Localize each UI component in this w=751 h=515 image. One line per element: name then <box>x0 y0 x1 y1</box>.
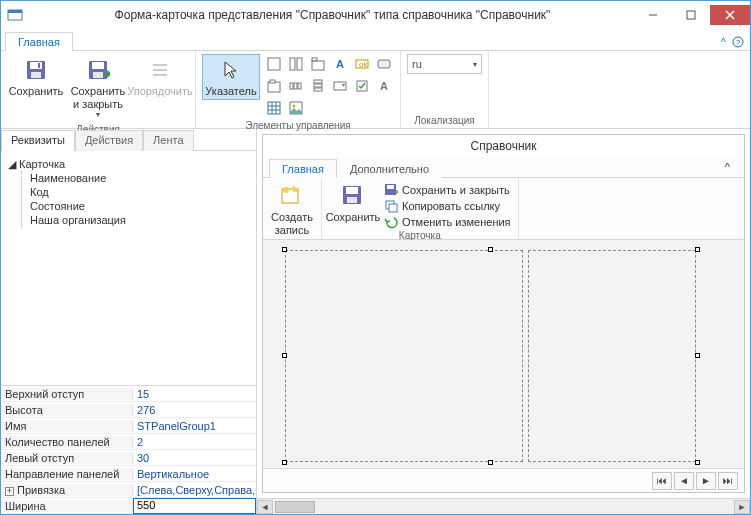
floppy-arrow-icon <box>86 58 110 82</box>
copy-link-icon <box>384 199 398 213</box>
panel-group-selected[interactable] <box>285 250 697 462</box>
control-vstack-icon[interactable] <box>308 76 328 96</box>
svg-rect-48 <box>346 187 358 194</box>
left-tab-actions[interactable]: Действия <box>75 130 143 151</box>
scroll-left-button[interactable]: ◄ <box>257 500 273 514</box>
property-grid[interactable]: Верхний отступ15 Высота276 ИмяSTPanelGro… <box>1 385 256 514</box>
nav-first-button[interactable]: ⏮ <box>652 472 672 490</box>
width-input[interactable]: 550 <box>133 498 256 514</box>
control-button-icon[interactable] <box>374 54 394 74</box>
tree-node[interactable]: Состояние <box>30 199 250 213</box>
svg-rect-49 <box>347 197 357 203</box>
nav-last-button[interactable]: ⏭ <box>718 472 738 490</box>
control-richtext-icon[interactable]: A <box>374 76 394 96</box>
svg-rect-22 <box>312 58 317 61</box>
control-groupbox-icon[interactable] <box>264 76 284 96</box>
control-image-icon[interactable] <box>286 98 306 118</box>
control-checkbox-icon[interactable] <box>352 76 372 96</box>
svg-rect-13 <box>92 62 104 69</box>
save-close-button[interactable]: Сохранить и закрыть ▼ <box>69 54 127 122</box>
control-label-icon[interactable]: A <box>330 54 350 74</box>
tree-root[interactable]: ◢Карточка <box>7 157 250 171</box>
tree[interactable]: ◢Карточка Наименование Код Состояние Наш… <box>1 151 256 385</box>
svg-rect-14 <box>93 72 103 78</box>
svg-text:A: A <box>380 80 388 92</box>
tree-node[interactable]: Наименование <box>30 171 250 185</box>
save-button[interactable]: Сохранить <box>7 54 65 100</box>
svg-rect-1 <box>8 10 22 13</box>
help-icon[interactable]: ? <box>732 36 744 48</box>
preview-copy-link-button[interactable]: Копировать ссылку <box>382 198 513 213</box>
resize-handle[interactable] <box>282 460 287 465</box>
preview-save-close-button[interactable]: Сохранить и закрыть <box>382 182 513 197</box>
locale-select[interactable]: ru ▾ <box>407 54 482 74</box>
nav-next-button[interactable]: ► <box>696 472 716 490</box>
prop-row: Количество панелей2 <box>1 434 256 450</box>
svg-rect-26 <box>378 60 390 68</box>
dropdown-caret-icon: ▾ <box>473 60 477 69</box>
floppy-icon <box>341 184 365 208</box>
floppy-icon <box>24 58 48 82</box>
collapse-icon[interactable]: ◢ <box>7 160 16 169</box>
scroll-thumb[interactable] <box>275 501 315 513</box>
cursor-icon <box>219 58 243 82</box>
floppy-arrow-icon <box>384 183 398 197</box>
control-combobox-icon[interactable] <box>330 76 350 96</box>
resize-handle[interactable] <box>282 353 287 358</box>
horizontal-scrollbar[interactable]: ◄ ► <box>257 498 750 514</box>
svg-rect-10 <box>31 72 41 78</box>
app-icon <box>7 7 23 23</box>
design-panel[interactable] <box>285 250 523 462</box>
left-tab-props[interactable]: Реквизиты <box>1 130 75 151</box>
right-pane: Справочник Главная Дополнительно ^ Созда… <box>257 129 750 514</box>
svg-rect-28 <box>270 80 275 83</box>
resize-handle[interactable] <box>282 247 287 252</box>
svg-text:?: ? <box>736 38 741 47</box>
svg-rect-34 <box>314 88 322 91</box>
resize-handle[interactable] <box>695 247 700 252</box>
ribbon-group-localization: Локализация <box>414 113 475 128</box>
maximize-button[interactable] <box>672 5 710 25</box>
left-pane: Реквизиты Действия Лента ◢Карточка Наиме… <box>1 129 257 514</box>
preview-tab-main[interactable]: Главная <box>269 159 337 178</box>
resize-handle[interactable] <box>488 247 493 252</box>
resize-handle[interactable] <box>695 460 700 465</box>
control-textbox-icon[interactable]: ok <box>352 54 372 74</box>
ribbon-tab-main[interactable]: Главная <box>5 32 73 51</box>
tree-node[interactable]: Наша организация <box>30 213 250 227</box>
list-icon <box>148 58 172 82</box>
scroll-right-button[interactable]: ► <box>734 500 750 514</box>
resize-handle[interactable] <box>488 460 493 465</box>
left-tab-ribbon[interactable]: Лента <box>143 130 193 151</box>
expand-icon[interactable]: + <box>5 487 14 496</box>
svg-rect-38 <box>268 102 280 114</box>
nav-prev-button[interactable]: ◄ <box>674 472 694 490</box>
svg-rect-31 <box>298 83 301 89</box>
create-record-button[interactable]: Создать запись <box>268 180 316 239</box>
svg-text:ok: ok <box>359 60 368 69</box>
control-hstack-icon[interactable] <box>286 76 306 96</box>
pointer-button[interactable]: Указатель <box>202 54 260 100</box>
design-surface[interactable] <box>263 240 744 468</box>
design-panel[interactable] <box>528 250 696 462</box>
control-splitpanel-icon[interactable] <box>286 54 306 74</box>
preview-tab-extra[interactable]: Дополнительно <box>337 159 442 178</box>
preview-cancel-button[interactable]: Отменить изменения <box>382 214 513 229</box>
prop-row: Левый отступ30 <box>1 450 256 466</box>
undo-icon <box>384 215 398 229</box>
prop-row: Верхний отступ15 <box>1 386 256 402</box>
control-panel-icon[interactable] <box>264 54 284 74</box>
tree-node[interactable]: Код <box>30 185 250 199</box>
svg-rect-32 <box>314 80 322 83</box>
control-tab-icon[interactable] <box>308 54 328 74</box>
prop-row: ИмяSTPanelGroup1 <box>1 418 256 434</box>
collapse-ribbon-icon[interactable]: ^ <box>717 157 738 177</box>
control-grid-icon[interactable] <box>264 98 284 118</box>
expand-ribbon-icon[interactable]: ^ <box>721 36 726 48</box>
preview-title: Справочник <box>263 135 744 157</box>
minimize-button[interactable] <box>634 5 672 25</box>
svg-rect-33 <box>314 84 322 87</box>
close-button[interactable] <box>710 5 750 25</box>
resize-handle[interactable] <box>695 353 700 358</box>
preview-save-button[interactable]: Сохранить <box>327 180 379 226</box>
